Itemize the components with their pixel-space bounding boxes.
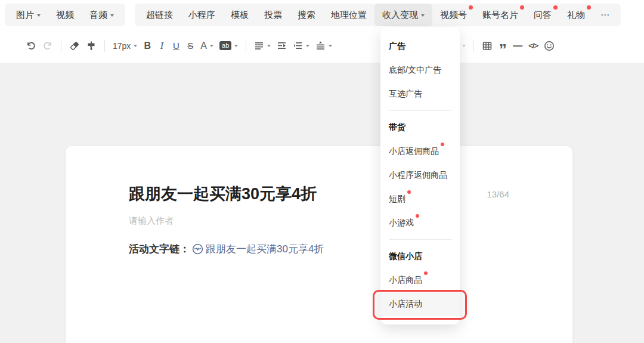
paragraph-indent-button[interactable] [290,37,312,55]
outdent-lines-icon [293,41,303,51]
dropdown-item-short-drama[interactable]: 短剧 [380,187,460,211]
indent-button[interactable] [274,37,290,55]
toolbar-divider [473,40,474,52]
bold-button[interactable]: B [140,37,154,55]
code-block-button[interactable]: </> [525,37,541,55]
font-color-button[interactable]: A [197,37,216,55]
emoji-button[interactable] [541,37,558,55]
menu-item-label: 视频 [56,10,74,21]
dropdown-item-store-commission-goods[interactable]: 小店返佣商品 [380,140,460,163]
dropdown-item-miniprogram-commission-goods[interactable]: 小程序返佣商品 [380,163,460,187]
insert-table-button[interactable] [479,37,496,55]
paint-brush-icon [86,41,97,51]
line-spacing-icon [315,41,326,51]
menu-item-label: 模板 [231,10,249,21]
dropdown-divider [389,239,451,240]
menu-item-vote[interactable]: 投票 [256,4,290,26]
line-spacing-button[interactable] [312,37,335,55]
menu-item-location[interactable]: 地理位置 [323,4,374,26]
menu-item-template[interactable]: 模板 [223,4,256,26]
emoji-smile-icon [544,41,555,51]
align-left-icon [254,41,264,51]
notification-dot [469,5,473,10]
editor-canvas: 跟朋友一起买满30元享4折 13/64 请输入作者 活动文字链： 跟朋友一起买满… [0,63,644,343]
insert-tools-group: 超链接 小程序 模板 投票 搜索 地理位置 收入变现 视频号 账号名片 [135,4,621,26]
blockquote-button[interactable]: ” [496,37,510,55]
horizontal-rule-button[interactable]: — [510,37,525,55]
menu-item-hyperlink[interactable]: 超链接 [138,4,181,26]
store-activity-link-text: 跟朋友一起买满30元享4折 [206,242,324,256]
menu-item-image[interactable]: 图片 [8,4,48,26]
menu-item-label: 礼物 [567,10,585,21]
toolbar-divider [104,40,105,52]
insert-media-group: 图片 视频 音频 [5,4,125,26]
chevron-down-icon [306,45,309,47]
dropdown-item-mini-game[interactable]: 小游戏 [380,211,460,235]
menu-item-account-card[interactable]: 账号名片 [475,4,526,26]
menu-item-audio[interactable]: 音频 [82,4,122,26]
activity-text-label: 活动文字链： [129,242,190,256]
dropdown-item-store-activity[interactable]: 小店活动 [380,292,460,316]
menu-item-miniprogram[interactable]: 小程序 [181,4,223,26]
menu-item-monetization[interactable]: 收入变现 [374,4,432,26]
menu-item-label: 问答 [534,10,552,21]
dropdown-item-bottom-ad[interactable]: 底部/文中广告 [380,58,460,82]
dropdown-item-label: 小游戏 [389,218,414,228]
menu-item-label: 地理位置 [331,10,367,21]
notification-dot [520,5,524,10]
align-button[interactable] [251,37,274,55]
indent-icon [277,41,287,51]
notification-dot [441,143,444,146]
menu-item-gift[interactable]: 礼物 [559,4,593,26]
dropdown-item-label: 小程序返佣商品 [389,170,447,181]
notification-dot [416,214,419,218]
dropdown-item-label: 互选广告 [389,89,422,100]
dropdown-item-label: 底部/文中广告 [389,65,441,76]
toolbar-divider [61,40,61,52]
notification-dot [424,271,428,275]
table-icon [482,41,493,51]
menu-item-channels[interactable]: 视频号 [432,4,475,26]
chevron-down-icon [421,14,425,17]
highlight-color-button[interactable]: ab [216,37,241,55]
wechat-store-icon [192,243,203,255]
undo-button[interactable] [23,37,39,55]
strikethrough-button[interactable]: S [183,37,197,55]
dropdown-item-label: 小店返佣商品 [389,146,439,157]
chevron-down-icon [234,45,238,47]
menu-item-search[interactable]: 搜索 [290,4,323,26]
chevron-down-icon [210,45,213,47]
article-title-input[interactable]: 跟朋友一起买满30元享4折 [129,183,317,205]
dropdown-section-header-ads: 广告 [380,35,460,58]
chevron-down-icon [134,45,137,47]
font-color-label: A [200,41,207,51]
menu-item-video[interactable]: 视频 [48,4,82,26]
clear-format-button[interactable] [66,37,83,55]
italic-button[interactable]: I [154,37,169,55]
dropdown-item-store-goods[interactable]: 小店商品 [380,268,460,292]
menu-item-label: 图片 [16,10,34,21]
top-menubar: 图片 视频 音频 超链接 小程序 模板 投票 搜索 地理位置 收入变现 [0,0,644,29]
menu-item-label: 视频号 [440,10,467,21]
store-activity-link[interactable]: 跟朋友一起买满30元享4折 [192,242,324,256]
chevron-down-icon [462,45,466,47]
dropdown-section-header-wechat-store: 微信小店 [380,245,460,268]
undo-icon [26,41,36,51]
format-painter-button[interactable] [83,37,100,55]
toolbar-divider [246,40,246,52]
chevron-down-icon [267,45,271,47]
dropdown-item-label: 小店活动 [389,299,422,310]
dropdown-item-mutual-ad[interactable]: 互选广告 [380,82,460,106]
font-size-value: 17px [113,41,131,51]
dropdown-divider [389,110,451,111]
menu-item-qa[interactable]: 问答 [526,4,559,26]
menu-item-more[interactable]: ⋯ [593,4,617,26]
redo-button[interactable] [39,37,56,55]
underline-button[interactable]: U [169,37,183,55]
more-icon: ⋯ [600,10,609,20]
font-size-select[interactable]: 17px [110,37,140,55]
menu-item-label: 小程序 [188,10,215,21]
document-page[interactable]: 跟朋友一起买满30元享4折 13/64 请输入作者 活动文字链： 跟朋友一起买满… [66,146,572,343]
menu-item-label: 收入变现 [382,10,418,21]
dropdown-item-label: 短剧 [389,194,405,205]
